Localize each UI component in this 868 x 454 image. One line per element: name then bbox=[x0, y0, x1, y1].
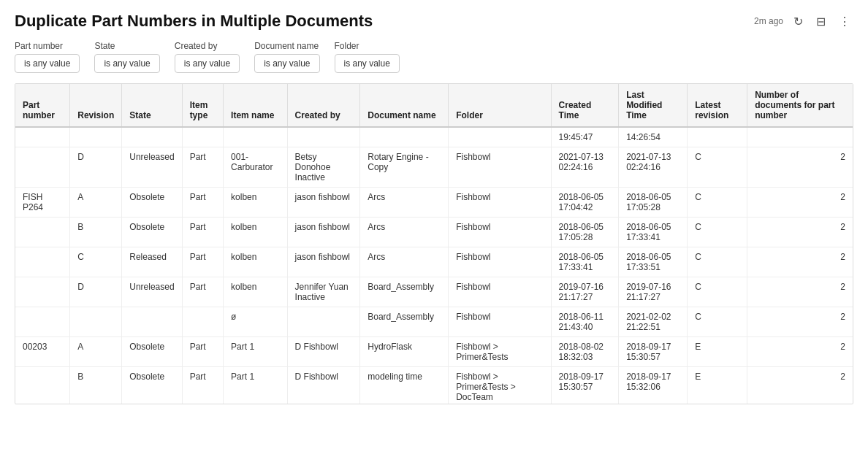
cell-6-7: Fishbowl bbox=[449, 307, 551, 337]
cell-6-8: 2018-06-11 21:43:40 bbox=[551, 307, 619, 337]
cell-2-2: Obsolete bbox=[122, 188, 182, 218]
cell-0-7 bbox=[449, 127, 551, 147]
filter-button[interactable]: ⊟ bbox=[813, 13, 829, 30]
cell-6-10: C bbox=[688, 307, 747, 337]
table-row[interactable]: øBoard_AssemblyFishbowl2018-06-11 21:43:… bbox=[15, 307, 853, 337]
cell-8-2: Obsolete bbox=[122, 367, 182, 405]
cell-6-4: ø bbox=[224, 307, 288, 337]
filter-label-3: Document name bbox=[254, 41, 319, 51]
cell-1-0 bbox=[15, 147, 70, 188]
cell-2-8: 2018-06-05 17:04:42 bbox=[551, 188, 619, 218]
col-header-9[interactable]: Last Modified Time bbox=[619, 84, 688, 127]
timestamp: 2m ago bbox=[754, 16, 783, 26]
cell-6-5 bbox=[287, 307, 360, 337]
table-row[interactable]: BObsoletePartPart 1D Fishbowlmodeling ti… bbox=[15, 367, 853, 405]
cell-3-9: 2018-06-05 17:33:41 bbox=[619, 218, 688, 247]
cell-7-9: 2018-09-17 15:30:57 bbox=[619, 337, 688, 367]
table-row[interactable]: BObsoletePartkolbenjason fishbowlArcsFis… bbox=[15, 218, 853, 247]
cell-0-5 bbox=[287, 127, 360, 147]
filter-btn-2[interactable]: is any value bbox=[175, 54, 240, 73]
filter-group-3: Document nameis any value bbox=[254, 41, 319, 73]
cell-8-6: modeling time bbox=[360, 367, 449, 405]
filter-label-0: Part number bbox=[15, 41, 80, 51]
cell-4-10: C bbox=[688, 247, 747, 277]
page-container: Duplicate Part Numbers in Multiple Docum… bbox=[0, 0, 868, 454]
header-actions: 2m ago ↻ ⊟ ⋮ bbox=[754, 13, 853, 30]
cell-8-1: B bbox=[70, 367, 122, 405]
col-header-4[interactable]: Item name bbox=[224, 84, 288, 127]
cell-6-11: 2 bbox=[747, 307, 853, 337]
more-button[interactable]: ⋮ bbox=[836, 13, 853, 30]
table-row[interactable]: 19:45:4714:26:54 bbox=[15, 127, 853, 147]
refresh-icon: ↻ bbox=[793, 15, 803, 28]
cell-5-9: 2019-07-16 21:17:27 bbox=[619, 277, 688, 307]
cell-0-0 bbox=[15, 127, 70, 147]
cell-2-6: Arcs bbox=[360, 188, 449, 218]
cell-3-4: kolben bbox=[224, 218, 288, 247]
table-row[interactable]: DUnreleasedPart001-CarburatorBetsy Donoh… bbox=[15, 147, 853, 188]
cell-4-7: Fishbowl bbox=[449, 247, 551, 277]
filter-icon: ⊟ bbox=[816, 15, 826, 28]
cell-5-0 bbox=[15, 277, 70, 307]
filter-group-0: Part numberis any value bbox=[15, 41, 80, 73]
cell-2-4: kolben bbox=[224, 188, 288, 218]
col-header-6[interactable]: Document name bbox=[360, 84, 449, 127]
col-header-1[interactable]: Revision bbox=[70, 84, 122, 127]
cell-1-5: Betsy Donohoe Inactive bbox=[287, 147, 360, 188]
cell-7-3: Part bbox=[182, 337, 223, 367]
cell-5-1: D bbox=[70, 277, 122, 307]
cell-8-8: 2018-09-17 15:30:57 bbox=[551, 367, 619, 405]
cell-0-6 bbox=[360, 127, 449, 147]
col-header-0[interactable]: Part number bbox=[15, 84, 70, 127]
filter-btn-0[interactable]: is any value bbox=[15, 54, 80, 73]
cell-6-3 bbox=[182, 307, 223, 337]
cell-2-11: 2 bbox=[747, 188, 853, 218]
col-header-7[interactable]: Folder bbox=[449, 84, 551, 127]
cell-2-7: Fishbowl bbox=[449, 188, 551, 218]
col-header-3[interactable]: Item type bbox=[182, 84, 223, 127]
filter-btn-1[interactable]: is any value bbox=[94, 54, 159, 73]
cell-2-5: jason fishbowl bbox=[287, 188, 360, 218]
col-header-11[interactable]: Number of documents for part number bbox=[747, 84, 853, 127]
table-row[interactable]: FISH P264AObsoletePartkolbenjason fishbo… bbox=[15, 188, 853, 218]
cell-1-10: C bbox=[688, 147, 747, 188]
cell-8-5: D Fishbowl bbox=[287, 367, 360, 405]
cell-0-9: 14:26:54 bbox=[619, 127, 688, 147]
cell-5-8: 2019-07-16 21:17:27 bbox=[551, 277, 619, 307]
cell-0-1 bbox=[70, 127, 122, 147]
col-header-5[interactable]: Created by bbox=[287, 84, 360, 127]
cell-5-2: Unreleased bbox=[122, 277, 182, 307]
cell-5-3: Part bbox=[182, 277, 223, 307]
table-wrapper[interactable]: Part numberRevisionStateItem typeItem na… bbox=[15, 83, 853, 404]
cell-3-7: Fishbowl bbox=[449, 218, 551, 247]
table-row[interactable]: 00203AObsoletePartPart 1D FishbowlHydroF… bbox=[15, 337, 853, 367]
cell-2-10: C bbox=[688, 188, 747, 218]
cell-8-11: 2 bbox=[747, 367, 853, 405]
cell-4-2: Released bbox=[122, 247, 182, 277]
cell-3-1: B bbox=[70, 218, 122, 247]
cell-4-9: 2018-06-05 17:33:51 bbox=[619, 247, 688, 277]
cell-7-4: Part 1 bbox=[224, 337, 288, 367]
table-row[interactable]: CReleasedPartkolbenjason fishbowlArcsFis… bbox=[15, 247, 853, 277]
cell-1-2: Unreleased bbox=[122, 147, 182, 188]
page-title: Duplicate Part Numbers in Multiple Docum… bbox=[15, 12, 373, 31]
cell-7-11: 2 bbox=[747, 337, 853, 367]
filter-btn-3[interactable]: is any value bbox=[254, 54, 319, 73]
table-header-row: Part numberRevisionStateItem typeItem na… bbox=[15, 84, 853, 127]
refresh-button[interactable]: ↻ bbox=[791, 13, 806, 30]
filter-label-2: Created by bbox=[175, 41, 240, 51]
cell-1-11: 2 bbox=[747, 147, 853, 188]
col-header-2[interactable]: State bbox=[122, 84, 182, 127]
col-header-10[interactable]: Latest revision bbox=[688, 84, 747, 127]
cell-5-10: C bbox=[688, 277, 747, 307]
cell-3-11: 2 bbox=[747, 218, 853, 247]
cell-3-3: Part bbox=[182, 218, 223, 247]
cell-1-9: 2021-07-13 02:24:16 bbox=[619, 147, 688, 188]
table-row[interactable]: DUnreleasedPartkolbenJennifer Yuan Inact… bbox=[15, 277, 853, 307]
filter-btn-4[interactable]: is any value bbox=[335, 54, 400, 73]
cell-5-7: Fishbowl bbox=[449, 277, 551, 307]
cell-7-8: 2018-08-02 18:32:03 bbox=[551, 337, 619, 367]
cell-6-1 bbox=[70, 307, 122, 337]
col-header-8[interactable]: Created Time bbox=[551, 84, 619, 127]
cell-2-3: Part bbox=[182, 188, 223, 218]
